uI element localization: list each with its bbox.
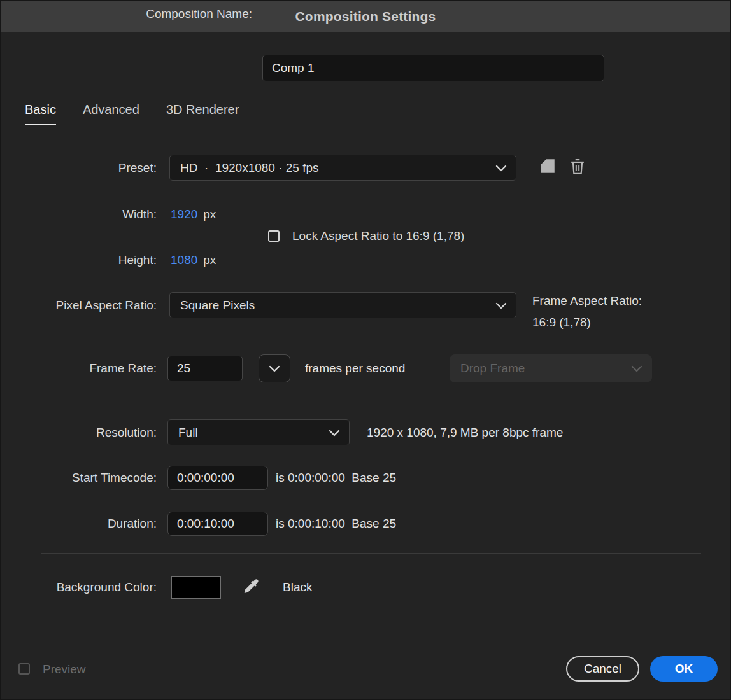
chevron-down-icon	[495, 161, 507, 175]
preset-dropdown[interactable]: HD · 1920x1080 · 25 fps	[169, 155, 516, 181]
frame-rate-label: Frame Rate:	[1, 354, 157, 382]
cancel-button[interactable]: Cancel	[566, 656, 639, 682]
duration-input[interactable]	[167, 512, 268, 536]
pixel-aspect-ratio-value: Square Pixels	[180, 298, 255, 312]
chevron-down-icon	[269, 361, 280, 375]
frame-aspect-ratio-label: Frame Aspect Ratio:	[532, 294, 642, 308]
preview-checkbox[interactable]	[18, 663, 30, 675]
background-color-swatch[interactable]	[171, 576, 221, 599]
preview-label: Preview	[43, 655, 86, 683]
chevron-down-icon	[495, 298, 507, 312]
frame-aspect-ratio-value: 16:9 (1,78)	[532, 316, 642, 330]
preset-label: Preset:	[1, 155, 157, 181]
lock-aspect-label: Lock Aspect Ratio to 16:9 (1,78)	[292, 228, 464, 244]
composition-settings-dialog: Composition Settings Composition Name: B…	[0, 0, 731, 700]
pixel-aspect-ratio-dropdown[interactable]: Square Pixels	[169, 292, 516, 318]
width-value[interactable]: 1920	[171, 207, 197, 221]
resolution-info: 1920 x 1080, 7,9 MB per 8bpc frame	[367, 419, 563, 445]
preset-value: HD · 1920x1080 · 25 fps	[180, 161, 319, 175]
tab-3d-renderer[interactable]: 3D Renderer	[166, 102, 239, 125]
section-divider	[41, 402, 701, 402]
eyedropper-icon	[241, 577, 260, 598]
frame-rate-input[interactable]	[167, 356, 243, 381]
tab-basic[interactable]: Basic	[25, 102, 56, 125]
drop-frame-dropdown: Drop Frame	[450, 354, 652, 382]
eyedropper-button[interactable]	[240, 577, 262, 598]
tab-bar: Basic Advanced 3D Renderer	[25, 102, 239, 125]
resolution-label: Resolution:	[1, 419, 157, 445]
composition-name-input[interactable]	[262, 55, 604, 81]
duration-info: is 0:00:10:00 Base 25	[276, 511, 396, 536]
resolution-value: Full	[178, 426, 198, 440]
height-label: Height:	[1, 249, 157, 272]
start-timecode-input[interactable]	[167, 466, 268, 490]
composition-name-label: Composition Name:	[1, 1, 252, 27]
tab-advanced[interactable]: Advanced	[83, 102, 139, 125]
frames-per-second-label: frames per second	[305, 354, 405, 382]
resolution-dropdown[interactable]: Full	[167, 419, 350, 445]
save-preset-button[interactable]	[537, 158, 558, 177]
trash-icon	[570, 158, 585, 178]
pixel-aspect-ratio-label: Pixel Aspect Ratio:	[1, 292, 157, 318]
delete-preset-button[interactable]	[567, 157, 588, 178]
start-timecode-info: is 0:00:00:00 Base 25	[276, 465, 396, 491]
height-unit: px	[203, 253, 216, 267]
background-color-label: Background Color:	[1, 573, 157, 601]
section-divider	[41, 553, 701, 554]
drop-frame-value: Drop Frame	[460, 361, 525, 375]
width-unit: px	[203, 207, 216, 221]
chevron-down-icon	[631, 361, 642, 375]
duration-label: Duration:	[1, 511, 157, 536]
background-color-name: Black	[283, 573, 312, 601]
ok-button[interactable]: OK	[650, 656, 718, 682]
dialog-title: Composition Settings	[295, 9, 436, 24]
frame-rate-dropdown-button[interactable]	[259, 354, 290, 382]
chevron-down-icon	[329, 426, 340, 440]
height-value[interactable]: 1080	[171, 253, 197, 267]
lock-aspect-checkbox[interactable]	[268, 230, 280, 242]
save-preset-icon	[539, 158, 557, 177]
width-label: Width:	[1, 203, 157, 226]
start-timecode-label: Start Timecode:	[1, 465, 157, 491]
